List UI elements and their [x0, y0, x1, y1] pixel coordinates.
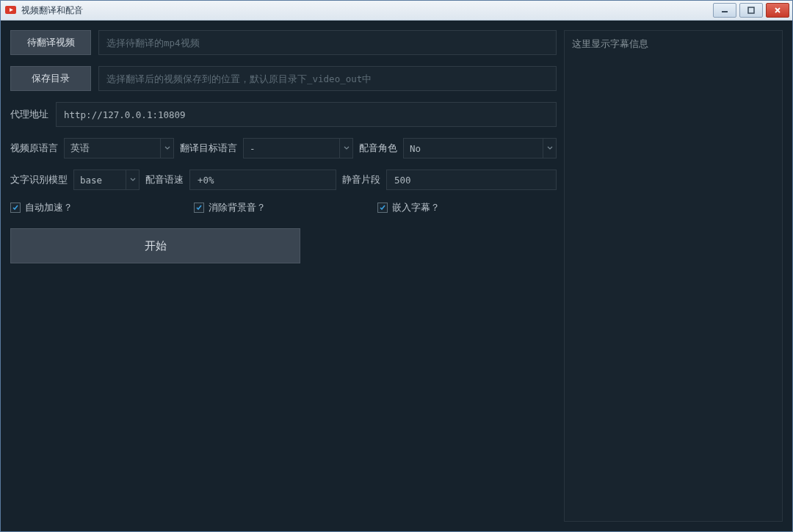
embed-sub-checkbox[interactable]: 嵌入字幕？: [377, 201, 440, 214]
subtitle-panel: 这里显示字幕信息: [564, 30, 783, 522]
voice-role-label: 配音角色: [359, 142, 397, 155]
auto-accel-checkbox[interactable]: 自动加速？: [10, 201, 194, 214]
target-lang-label: 翻译目标语言: [180, 142, 237, 155]
save-dir-input[interactable]: [98, 66, 557, 91]
save-dir-button[interactable]: 保存目录: [10, 66, 91, 91]
app-icon: [5, 6, 17, 15]
chevron-down-icon: [543, 139, 556, 158]
client-area: 待翻译视频 保存目录 代理地址 视频原语言 英语 翻译目标语言 -: [1, 21, 792, 531]
silence-label: 静音片段: [342, 173, 380, 186]
start-button[interactable]: 开始: [10, 228, 300, 263]
window-controls: [713, 3, 792, 18]
source-video-button[interactable]: 待翻译视频: [10, 30, 91, 55]
svg-rect-2: [748, 7, 754, 13]
checkbox-icon: [377, 203, 388, 213]
proxy-input[interactable]: [56, 102, 557, 127]
silence-input[interactable]: [386, 170, 557, 190]
source-video-input[interactable]: [98, 30, 557, 55]
chevron-down-icon: [339, 139, 352, 158]
recog-model-label: 文字识别模型: [10, 173, 68, 186]
app-window: 视频翻译和配音 待翻译视频 保存目录 代理地址: [0, 0, 793, 532]
titlebar: 视频翻译和配音: [1, 1, 792, 21]
voice-rate-label: 配音语速: [145, 173, 184, 186]
remove-bg-checkbox[interactable]: 消除背景音？: [194, 201, 377, 214]
voice-rate-input[interactable]: [189, 170, 336, 190]
chevron-down-icon: [160, 139, 173, 158]
subtitle-placeholder: 这里显示字幕信息: [572, 39, 648, 49]
source-lang-select[interactable]: 英语: [64, 138, 174, 158]
checkbox-icon: [194, 203, 204, 213]
minimize-button[interactable]: [713, 3, 736, 18]
form-panel: 待翻译视频 保存目录 代理地址 视频原语言 英语 翻译目标语言 -: [10, 30, 557, 522]
source-lang-label: 视频原语言: [10, 142, 58, 155]
target-lang-select[interactable]: -: [243, 138, 353, 158]
maximize-button[interactable]: [739, 3, 763, 18]
voice-role-select[interactable]: No: [403, 138, 557, 158]
checkbox-icon: [10, 203, 21, 213]
svg-rect-1: [722, 11, 728, 12]
close-button[interactable]: [766, 3, 789, 18]
proxy-label: 代理地址: [10, 108, 48, 121]
chevron-down-icon: [126, 170, 139, 189]
recog-model-select[interactable]: base: [73, 170, 140, 190]
window-title: 视频翻译和配音: [21, 4, 713, 17]
